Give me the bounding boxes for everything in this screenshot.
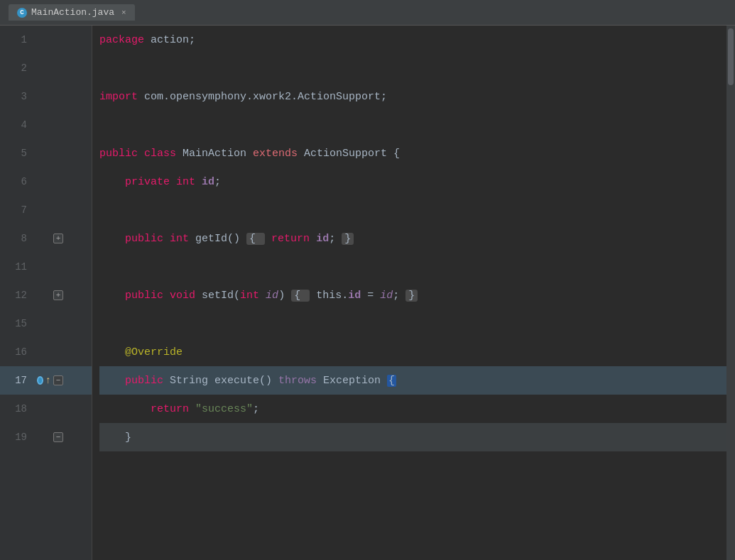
gutter-row-7: 7 (0, 196, 92, 224)
gutter-row-4: 4 (0, 111, 92, 139)
id-italic-12b: id (380, 290, 393, 302)
code-line-16: @Override (99, 338, 735, 366)
tab-icon: C (17, 8, 27, 18)
plain-8d: ; (329, 233, 342, 245)
fold-button-8[interactable]: + (53, 234, 63, 243)
indent-6 (99, 176, 125, 188)
line-number-12: 12 (0, 290, 37, 301)
collapsed-12a: { (291, 290, 310, 302)
code-line-5: public class MainAction extends ActionSu… (99, 139, 735, 168)
plain-8c (310, 233, 316, 245)
gutter-row-8: 8 + (0, 224, 92, 253)
gutter-row-18: 18 (0, 395, 92, 423)
fold-button-17[interactable]: − (53, 375, 63, 385)
plain-5b: MainAction (176, 148, 253, 160)
id-italic-12a: id (266, 290, 278, 302)
line-number-19: 19 (0, 432, 37, 443)
plain-18a (189, 403, 195, 415)
plain-3: com.opensymphony.xwork2.ActionSupport; (138, 91, 387, 103)
fold-button-19[interactable]: − (53, 432, 63, 442)
scrollbar-thumb[interactable] (728, 28, 734, 85)
fold-button-12[interactable]: + (53, 290, 63, 300)
indent-16 (99, 346, 125, 358)
line-fold-19[interactable]: − (51, 432, 65, 442)
indent-8 (99, 233, 125, 245)
kw-package: package (99, 34, 144, 46)
plain-6a (170, 176, 176, 188)
gutter-row-11: 11 (0, 253, 92, 281)
gutter-row-2: 2 (0, 54, 92, 82)
line-fold-17[interactable]: − (51, 375, 65, 385)
plain-12b: setId( (195, 290, 240, 302)
line-number-5: 5 (0, 148, 37, 159)
kw-public-8: public (125, 233, 163, 245)
id-bold-12: id (348, 290, 361, 302)
code-line-15 (99, 309, 735, 338)
plain-5a (138, 148, 144, 160)
line-marker-17[interactable]: ↑ (37, 375, 51, 386)
kw-public-17: public (125, 375, 163, 387)
kw-private-6: private (125, 176, 170, 188)
kw-int-12: int (240, 290, 259, 302)
kw-throws-17: throws (278, 375, 317, 387)
tab-filename: MainAction.java (31, 7, 114, 18)
line-number-8: 8 (0, 233, 37, 244)
breakpoint-icon (37, 376, 43, 385)
indent-19 (99, 432, 125, 444)
code-line-8: public int getId() { return id; } (99, 224, 735, 253)
plain-17b: Exception (317, 375, 387, 387)
plain-17a: String execute() (163, 375, 278, 387)
collapsed-8b: } (342, 233, 354, 245)
code-line-2 (99, 54, 735, 82)
plain-1: action; (144, 34, 195, 46)
plain-18b: ; (253, 403, 259, 415)
tab-close-btn[interactable]: × (121, 9, 126, 17)
plain-12a (163, 290, 170, 302)
kw-return-8: return (265, 233, 310, 245)
indent-12 (99, 290, 125, 302)
gutter-row-6: 6 (0, 168, 92, 196)
gutter-row-19: 19 − (0, 423, 92, 451)
gutter-row-3: 3 (0, 82, 92, 111)
plain-8a (163, 233, 170, 245)
file-tab[interactable]: C MainAction.java × (9, 4, 135, 21)
string-18: "success" (195, 403, 253, 415)
gutter-row-5: 5 (0, 139, 92, 168)
gutter-row-17: 17 ↑ − (0, 366, 92, 395)
line-fold-12[interactable]: + (51, 290, 65, 300)
line-number-1: 1 (0, 34, 37, 45)
gutter: 1 2 3 4 5 6 (0, 26, 92, 560)
indent-18 (99, 403, 151, 415)
id-bold-6: id (202, 176, 214, 188)
line-number-16: 16 (0, 346, 37, 358)
line-number-3: 3 (0, 91, 37, 102)
code-line-19: } (99, 423, 735, 451)
code-line-6: private int id; (99, 168, 735, 196)
plain-12e: this. (310, 290, 348, 302)
plain-6b (195, 176, 202, 188)
gutter-row-12: 12 + (0, 281, 92, 309)
plain-12f: = (361, 290, 380, 302)
code-area[interactable]: package action; import com.opensymphony.… (92, 26, 735, 560)
line-number-11: 11 (0, 261, 37, 273)
kw-public-12: public (125, 290, 163, 302)
kw-public-5: public (99, 148, 138, 160)
plain-6c: ; (214, 176, 221, 188)
collapsed-12b: } (405, 290, 418, 302)
line-number-2: 2 (0, 62, 37, 74)
code-line-11 (99, 253, 735, 281)
code-line-18: return "success"; (99, 395, 735, 423)
scrollbar-right[interactable] (726, 26, 735, 560)
gutter-row-16: 16 (0, 338, 92, 366)
kw-void-12: void (170, 290, 195, 302)
line-fold-8[interactable]: + (51, 234, 65, 243)
title-bar: C MainAction.java × (0, 0, 735, 26)
collapsed-8a: { (246, 233, 265, 245)
annotation-16: @Override (125, 346, 183, 358)
line-number-6: 6 (0, 176, 37, 187)
kw-class-5: class (144, 148, 176, 160)
kw-int-8: int (170, 233, 189, 245)
blue-brace-17: { (387, 375, 396, 387)
editor-container: 1 2 3 4 5 6 (0, 26, 735, 560)
plain-12c (259, 290, 266, 302)
